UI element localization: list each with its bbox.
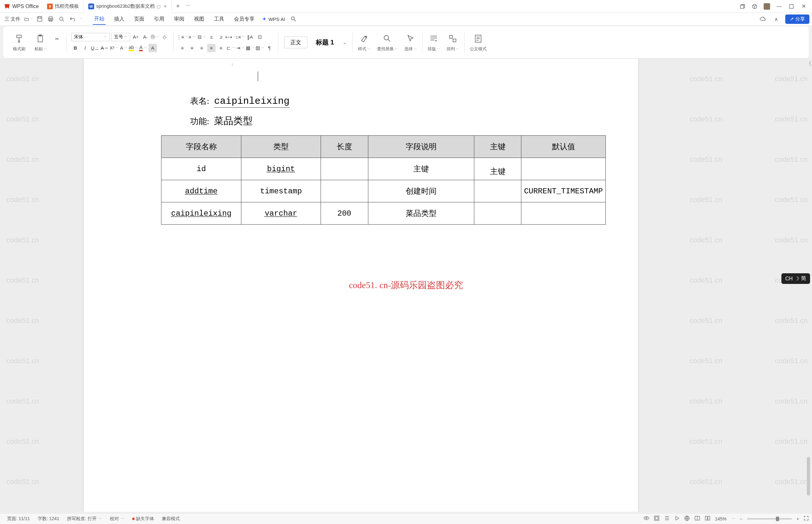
collapse-ribbon-icon[interactable]: ∧ (772, 15, 781, 23)
style-normal-button[interactable]: 正文 (284, 36, 308, 48)
indent-icon[interactable]: ⊏﹀ (227, 44, 235, 52)
file-menu[interactable]: 三 文件 (3, 15, 22, 23)
add-tab-button[interactable]: + (172, 3, 185, 10)
search-icon[interactable] (289, 15, 298, 23)
status-compat[interactable]: 兼容模式 (158, 516, 184, 522)
multiwindow-icon[interactable] (739, 3, 746, 10)
cloud-icon[interactable] (758, 15, 767, 23)
select-button[interactable]: 选择﹀ (401, 33, 420, 52)
close-window-icon[interactable]: ✕ (800, 3, 807, 10)
eye-icon[interactable] (644, 515, 649, 522)
para-spacing-icon[interactable]: ⊡ (255, 33, 264, 41)
outline-icon[interactable] (664, 515, 670, 522)
zoom-thumb[interactable] (776, 517, 779, 521)
zoom-slider[interactable] (747, 518, 792, 520)
minimize-icon[interactable]: — (776, 3, 782, 10)
multilevel-icon[interactable]: ⊟﹀ (198, 33, 206, 41)
cube-icon[interactable] (751, 3, 758, 10)
play-icon[interactable] (675, 515, 680, 522)
tab-icon[interactable]: ⇥﹀ (236, 44, 245, 52)
font-size-select[interactable]: 五号﹀ (111, 33, 130, 41)
align-justify-icon[interactable]: ≡ (207, 44, 216, 52)
dual-page-icon[interactable] (705, 515, 711, 522)
menu-tab-page[interactable]: 页面 (133, 14, 146, 24)
font-color-icon[interactable]: A﹀ (139, 44, 147, 52)
menu-tab-home[interactable]: 开始 (93, 14, 106, 25)
document-area[interactable]: code51.cncode51.cncode51.cncode51.cncode… (0, 59, 812, 512)
zoom-in-icon[interactable]: + (797, 516, 799, 521)
increase-indent-icon[interactable]: ≥ (217, 33, 225, 41)
shading-icon[interactable]: ▨﹀ (255, 44, 264, 52)
close-tab-icon[interactable]: × (164, 3, 167, 9)
menu-tab-view[interactable]: 视图 (193, 14, 205, 24)
menu-tab-insert[interactable]: 插入 (113, 14, 126, 24)
web-layout-icon[interactable] (684, 515, 690, 522)
menu-tab-member[interactable]: 会员专享 (233, 14, 256, 24)
find-replace-button[interactable]: 查找替换﹀ (374, 33, 401, 52)
open-icon[interactable]: ﹀ (24, 15, 33, 23)
cut-icon[interactable]: ✂ (53, 35, 61, 43)
decrease-indent-icon[interactable]: ≤ (207, 33, 216, 41)
read-mode-icon[interactable] (694, 515, 700, 522)
official-button[interactable]: 公文模式 (467, 33, 490, 52)
print-icon[interactable] (46, 15, 55, 23)
menu-tab-tools[interactable]: 工具 (213, 14, 226, 24)
italic-icon[interactable]: I (81, 44, 89, 52)
char-scale-icon[interactable]: ⟷﹀ (227, 33, 235, 41)
maximize-icon[interactable] (788, 3, 795, 10)
tab-menu-caret[interactable]: ﹀ (186, 3, 191, 10)
format-painter-button[interactable]: 格式刷 (10, 33, 29, 52)
zoom-out-icon[interactable]: − (740, 516, 742, 521)
menu-tab-review[interactable]: 审阅 (173, 14, 186, 24)
status-page[interactable]: 页面: 11/11 (3, 516, 34, 522)
align-left-icon[interactable]: ≡ (178, 44, 186, 52)
arrange-h-button[interactable]: 排列﹀ (443, 33, 462, 52)
wps-ai-button[interactable]: ✦ WPS AI (262, 16, 285, 22)
change-case-icon[interactable]: ㊞﹀ (151, 33, 159, 41)
clear-format-icon[interactable]: ◇ (161, 33, 169, 41)
bullets-icon[interactable]: ⋮≡﹀ (178, 33, 186, 41)
highlight-icon[interactable]: ab﹀ (129, 44, 137, 52)
font-effect-icon[interactable]: A﹀ (119, 44, 128, 52)
menu-tab-reference[interactable]: 引用 (153, 14, 166, 24)
align-center-icon[interactable]: ≡ (188, 44, 196, 52)
ime-indicator[interactable]: CH ☽ 简 (781, 273, 810, 284)
numbering-icon[interactable]: ≡﹀ (188, 33, 196, 41)
bold-icon[interactable]: B (71, 44, 80, 52)
show-marks-icon[interactable]: ¶ (265, 44, 274, 52)
share-button[interactable]: ↗ 分享 (785, 15, 809, 24)
fullscreen-icon[interactable] (803, 515, 809, 522)
page-layout-icon[interactable] (654, 515, 660, 522)
underline-icon[interactable]: U﹀ (90, 44, 99, 52)
avatar-icon[interactable] (764, 3, 770, 10)
decrease-font-icon[interactable]: A- (141, 33, 150, 41)
align-distribute-icon[interactable]: ≡ (217, 44, 225, 52)
status-words[interactable]: 字数: 1241 (34, 516, 63, 522)
status-spellcheck[interactable]: 拼写检查: 打开﹀ (63, 516, 106, 522)
line-spacing-icon[interactable]: ↕≡﹀ (236, 33, 245, 41)
save-icon[interactable] (35, 15, 44, 23)
superscript-icon[interactable]: X²﹀ (110, 44, 118, 52)
vertical-scrollbar[interactable] (807, 457, 810, 496)
tab-document[interactable]: W springbooti23b2数据库文档 ◻ × (84, 0, 171, 13)
zoom-value[interactable]: 145% (715, 516, 727, 521)
increase-font-icon[interactable]: A+ (131, 33, 140, 41)
border-icon[interactable]: ▦﹀ (246, 44, 254, 52)
paste-button[interactable]: 粘贴﹀ (31, 33, 50, 52)
undo-icon[interactable] (68, 15, 77, 23)
preview-icon[interactable] (57, 15, 66, 23)
tab-template[interactable]: 找稻壳模板 (43, 0, 84, 13)
status-proof[interactable]: 校对﹀ (106, 516, 128, 522)
status-missing-font[interactable]: 缺失字体 (128, 516, 158, 522)
style-more-icon[interactable]: ⌄ (343, 39, 347, 46)
undo-caret[interactable]: ﹀ (80, 17, 83, 21)
style-panel-button[interactable]: 样式﹀ (355, 33, 374, 52)
panel-collapse-icon[interactable]: 《 (806, 61, 811, 67)
strikethrough-icon[interactable]: A﹀ (100, 44, 109, 52)
font-name-select[interactable]: 宋体﹀ (71, 33, 110, 41)
text-direction-icon[interactable]: ‖A (246, 33, 254, 41)
align-right-icon[interactable]: ≡ (198, 44, 206, 52)
style-heading-button[interactable]: 标题 1 (312, 36, 338, 49)
zoom-caret[interactable]: ﹀ (732, 517, 735, 521)
arrange-v-button[interactable]: 排版﹀ (424, 33, 443, 52)
